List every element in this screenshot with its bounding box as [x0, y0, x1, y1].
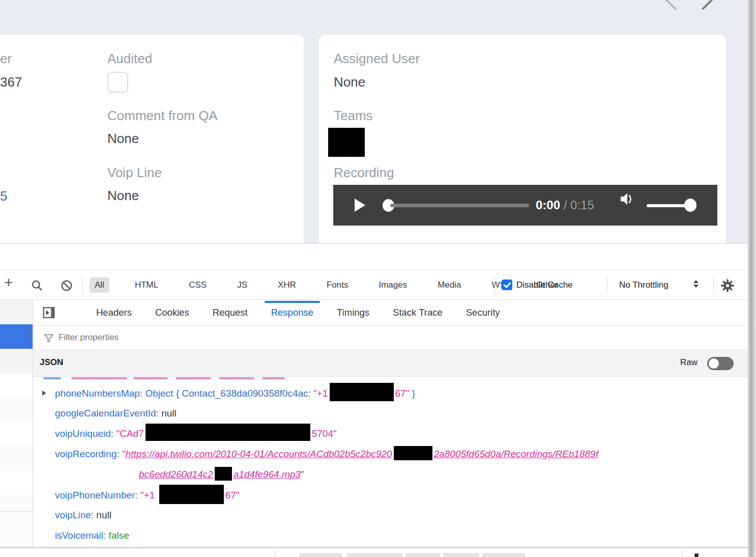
json-row-voipRecording-line2[interactable]: bc6edd260d14c2a1d4fe964.mp3"	[33, 464, 756, 485]
request-row[interactable]	[0, 300, 33, 324]
duration: 0:15	[570, 198, 594, 212]
speaker-icon[interactable]	[618, 191, 635, 207]
property-name: phoneNumbersMap:	[55, 388, 142, 399]
request-row[interactable]	[0, 422, 33, 447]
tab-timings[interactable]: Timings	[337, 300, 369, 325]
vertical-scrollbar[interactable]	[748, 0, 756, 557]
request-list-empty	[0, 512, 33, 546]
request-row[interactable]	[0, 373, 33, 398]
details-pane-icon[interactable]	[42, 306, 55, 319]
filter-css[interactable]: CSS	[184, 277, 212, 293]
network-toolbar: + All HTML CSS JS XHR Fonts Images Media…	[0, 270, 756, 300]
throttling-select[interactable]: No Throttling	[619, 280, 668, 290]
current-time: 0:00	[536, 198, 560, 212]
network-settings-gear-icon[interactable]	[720, 278, 735, 293]
status-pill[interactable]	[346, 553, 402, 557]
seek-track[interactable]	[390, 204, 529, 207]
throttling-dropdown-icon[interactable]	[693, 280, 699, 288]
expand-arrow-icon[interactable]	[42, 391, 46, 396]
recording-url-link[interactable]: bc6edd260d14c2	[139, 469, 213, 480]
play-icon[interactable]	[355, 199, 365, 212]
recording-label: Recording	[334, 165, 394, 181]
recording-url-link[interactable]: https://api.twilio.com/2010-04-01/Accoun…	[126, 449, 392, 459]
chevron-left-icon[interactable]	[664, 0, 677, 10]
chevron-right-icon[interactable]	[702, 0, 714, 10]
property-name: voipRecording:	[55, 449, 120, 459]
request-row[interactable]	[0, 447, 33, 471]
string-value: "CAd7	[116, 428, 143, 439]
object-preview: }	[409, 388, 415, 399]
string-value: "+1	[140, 490, 158, 500]
voip-line-value: None	[107, 188, 139, 204]
tab-stack-trace[interactable]: Stack Trace	[393, 300, 443, 325]
recording-url-link[interactable]: 2a8005fd65d0a/Recordings/REb1889f	[434, 449, 598, 459]
json-section-label[interactable]: JSON	[40, 357, 63, 368]
tab-headers[interactable]: Headers	[96, 300, 132, 325]
audited-checkbox[interactable]	[107, 72, 128, 93]
tab-security[interactable]: Security	[466, 300, 500, 325]
filter-fonts[interactable]: Fonts	[322, 277, 354, 293]
disable-cache-label[interactable]: Disable Cache	[516, 280, 573, 290]
disable-cache-checkbox[interactable]	[502, 280, 512, 290]
tab-cookies[interactable]: Cookies	[155, 300, 189, 325]
filter-images[interactable]: Images	[373, 277, 412, 293]
json-row-isVoicemail[interactable]: isVoicemail: false	[33, 525, 756, 546]
status-icon[interactable]	[694, 553, 699, 557]
property-name: voipLine:	[55, 510, 94, 520]
raw-toggle-switch[interactable]	[707, 357, 734, 370]
filter-xhr[interactable]: XHR	[273, 277, 301, 293]
devtools-toolbox-bar: ge Accessibility Application ✕	[0, 243, 756, 270]
request-row[interactable]	[0, 398, 33, 422]
raw-toggle-label: Raw	[680, 357, 697, 368]
filter-properties-input[interactable]: Filter properties	[33, 326, 756, 350]
json-section-header: JSON Raw	[33, 350, 756, 377]
status-pill[interactable]	[482, 553, 525, 557]
block-requests-icon[interactable]	[60, 279, 73, 292]
search-icon[interactable]	[31, 279, 44, 292]
string-value: 5704"	[312, 428, 337, 439]
player-time: 0:00 / 0:15	[536, 198, 594, 212]
json-row-voipRecording-line1[interactable]: voipRecording: "https://api.twilio.com/2…	[33, 444, 756, 464]
new-request-icon[interactable]: +	[4, 274, 13, 291]
funnel-icon	[43, 333, 54, 344]
request-row[interactable]	[0, 349, 33, 373]
redaction-box	[159, 485, 224, 504]
teams-redacted-value	[328, 128, 365, 157]
string-value: "+1	[313, 388, 328, 399]
filter-media[interactable]: Media	[432, 277, 466, 293]
string-value: 67"	[225, 490, 240, 500]
request-row-selected[interactable]	[0, 324, 33, 349]
audited-label: Audited	[107, 51, 152, 67]
volume-handle[interactable]	[684, 199, 696, 212]
tab-request[interactable]: Request	[213, 300, 248, 325]
comment-from-qa-value: None	[107, 131, 139, 147]
page-background: er 367 5 Audited Comment from QA None Vo…	[0, 0, 756, 243]
redaction-box	[394, 446, 432, 460]
cutoff-label-fragment: er	[0, 51, 12, 67]
recording-url-link[interactable]: a1d4fe964.mp3	[234, 469, 301, 480]
request-row[interactable]	[0, 495, 33, 512]
property-name: voipUniqueid:	[55, 428, 113, 439]
property-name: isVoicemail:	[55, 530, 106, 541]
screenshot-root: er 367 5 Audited Comment from QA None Vo…	[0, 0, 756, 557]
filter-all[interactable]: All	[90, 277, 109, 293]
property-name: voipPhoneNumber:	[55, 490, 138, 500]
status-pill[interactable]	[443, 553, 479, 557]
string-value: 67"	[395, 388, 410, 399]
filter-html[interactable]: HTML	[130, 277, 163, 293]
json-row-phoneNumbersMap[interactable]: phoneNumbersMap: Object { Contact_638da0…	[33, 383, 756, 403]
filter-js[interactable]: JS	[232, 277, 252, 293]
cutoff-value-fragment: 367	[0, 74, 22, 90]
status-pill[interactable]	[405, 553, 441, 557]
json-row-voipPhoneNumber[interactable]: voipPhoneNumber: "+1 67"	[33, 485, 756, 505]
status-pill[interactable]	[299, 553, 342, 557]
assigned-user-label: Assigned User	[334, 51, 420, 67]
boolean-value: false	[109, 530, 129, 541]
request-type-filters: All HTML CSS JS XHR Fonts Images Media W…	[90, 270, 563, 300]
json-row-voipUniqueid[interactable]: voipUniqueid: "CAd75704"	[33, 424, 756, 444]
cutoff-link-fragment[interactable]: 5	[0, 188, 7, 204]
request-row[interactable]	[0, 471, 33, 495]
json-row-googleCalendarEventId[interactable]: googleCalendarEventId: null	[33, 403, 756, 424]
tab-response[interactable]: Response	[271, 300, 313, 325]
json-row-voipLine[interactable]: voipLine: null	[33, 505, 756, 525]
